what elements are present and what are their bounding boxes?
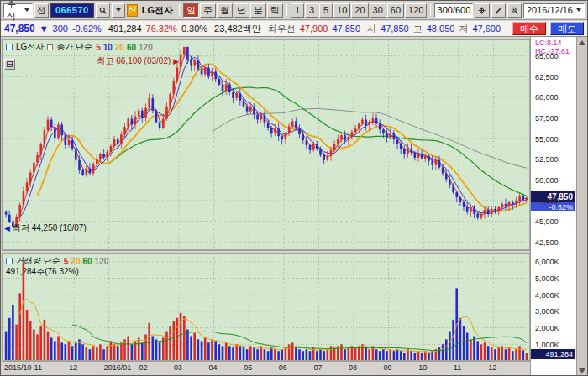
left-arrow-icon: ◀ (4, 224, 10, 232)
volume-legend-label: 거래량 단순 (16, 255, 60, 267)
chevron-down-icon (576, 8, 581, 12)
vol-ma-label-5: 5 (64, 257, 69, 266)
prev-stock-button[interactable]: 전 (34, 3, 49, 18)
search-button[interactable] (96, 3, 110, 18)
ma-label-20: 20 (115, 43, 124, 52)
period-button-틱[interactable]: 틱 (267, 3, 283, 18)
x-axis-label: 05 (244, 363, 252, 372)
ma-label-120: 120 (139, 43, 153, 52)
volume-axis-label: 6,000K (535, 258, 559, 266)
period-button-월[interactable]: 월 (217, 3, 233, 18)
price-axis-label: 42,500 (535, 238, 559, 247)
price-axis-label: 57,500 (535, 114, 559, 123)
interval-button-30[interactable]: 30 (370, 3, 386, 18)
x-axis-label: 2016/01 (104, 363, 132, 372)
legend-marker-icon (6, 44, 13, 50)
price-axis-label: 47,500 (535, 196, 559, 205)
period-button-분[interactable]: 분 (250, 3, 266, 18)
volume-ma-labels: 52060120 (64, 257, 112, 266)
x-axis-label: 11 (454, 363, 461, 372)
x-axis-label: 12 (488, 363, 496, 372)
x-axis-label: 02 (139, 363, 147, 372)
volume-legend: 거래량 단순 52060120 (6, 255, 111, 267)
current-volume-badge: 491,284 (531, 349, 575, 359)
bar-count-input[interactable]: 300/600 (434, 3, 473, 18)
grid-icon (7, 61, 13, 67)
volume-ratio: 76.32% (146, 24, 177, 34)
price-axis-label: 62,500 (535, 73, 559, 81)
x-axis-label: 08 (349, 363, 357, 372)
x-axis-label: 09 (384, 363, 392, 372)
trade-value: 23,482백만 (214, 23, 261, 35)
settings-button[interactable] (475, 3, 489, 18)
interval-button-60[interactable]: 60 (387, 3, 404, 18)
open-label: 시 (367, 23, 376, 35)
volume-axis-label: 5,000K (535, 274, 559, 283)
price-change-pct: -0.62% (72, 24, 102, 34)
legend-marker-icon (47, 44, 53, 50)
pane-tool-button[interactable] (4, 59, 15, 70)
price-axis-label: 52,500 (535, 155, 559, 164)
chart-region: LG전자 종가 단순 5102060120 최고 66,100 (03/02) … (1, 37, 588, 376)
x-axis-label: 12 (69, 363, 77, 372)
low-price: 47,600 (472, 24, 501, 34)
interval-button-1[interactable]: 1 (291, 3, 304, 18)
interval-button-120[interactable]: 120 (405, 3, 427, 18)
ma-period-labels: 5102060120 (96, 43, 155, 52)
new-stock-badge: 신 (127, 4, 138, 17)
ma-label-5: 5 (96, 43, 101, 52)
volume-value: 491,284 (108, 24, 142, 34)
candlestick-chart[interactable] (1, 37, 588, 376)
highest-annotation: 최고 66,100 (03/02) ▶ (97, 55, 179, 67)
volume-axis-label: 1,000K (535, 341, 559, 349)
gear-icon (478, 6, 486, 15)
x-axis-label: 04 (209, 363, 218, 372)
date-picker[interactable]: 2016/12/16 (523, 3, 585, 18)
price-legend: LG전자 종가 단순 5102060120 (6, 41, 155, 53)
date-value: 2016/12/16 (527, 5, 573, 15)
chevron-down-icon (24, 8, 29, 12)
interval-button-10[interactable]: 10 (333, 3, 350, 18)
buy-button[interactable]: 매수 (512, 22, 546, 35)
separator (430, 4, 431, 16)
pencil-icon (495, 6, 502, 15)
volume-axis-label: 2,000K (535, 324, 559, 332)
asset-type-value: 주식 (7, 0, 21, 23)
chevron-down-icon (116, 8, 121, 12)
high-price: 48,050 (427, 24, 455, 34)
ma-label-60: 60 (127, 43, 136, 52)
separator (179, 4, 180, 16)
high-label: 고 (413, 23, 423, 35)
zoom-button[interactable] (507, 3, 522, 18)
period-button-년[interactable]: 년 (234, 3, 249, 18)
asset-type-select[interactable]: 주식 (3, 3, 33, 18)
draw-tool-button[interactable] (491, 3, 506, 18)
legend-series-label: 종가 단순 (56, 41, 92, 53)
code-list-button[interactable] (112, 3, 125, 18)
price-change: 300 (53, 24, 68, 34)
interval-button-5[interactable]: 5 (319, 3, 333, 18)
right-scrollbar[interactable] (576, 37, 587, 376)
ma-label-10: 10 (103, 43, 113, 52)
price-axis-label: 45,000 (535, 217, 559, 226)
interval-button-20[interactable]: 20 (351, 3, 368, 18)
period-button-주[interactable]: 주 (200, 3, 216, 18)
interval-button-group: 13510203060120 (291, 3, 427, 18)
best-bid: 47,850 (332, 24, 360, 34)
price-axis-label: 60,000 (535, 93, 559, 102)
stock-chart-window: 주식 전 066570 신 LG전자 일주월년분틱 13510203060120… (0, 0, 588, 376)
lc-value: LC:8.14 (535, 39, 562, 47)
x-axis-label: 11 (34, 363, 42, 372)
vol-ma-label-20: 20 (71, 257, 80, 266)
highest-text: 최고 66,100 (03/02) (97, 55, 171, 67)
stock-code-input[interactable]: 066570 (50, 3, 94, 18)
price-axis-label: 50,000 (535, 176, 559, 185)
best-ask: 47,900 (300, 24, 328, 34)
period-button-일[interactable]: 일 (183, 3, 199, 18)
best-quote-label: 최우선 (268, 23, 296, 35)
volume-axis-label: 3,000K (535, 307, 559, 316)
price-axis-label: 65,000 (535, 52, 559, 60)
interval-button-3[interactable]: 3 (305, 3, 318, 18)
search-icon (99, 6, 107, 15)
sell-button[interactable]: 매도 (550, 22, 584, 35)
